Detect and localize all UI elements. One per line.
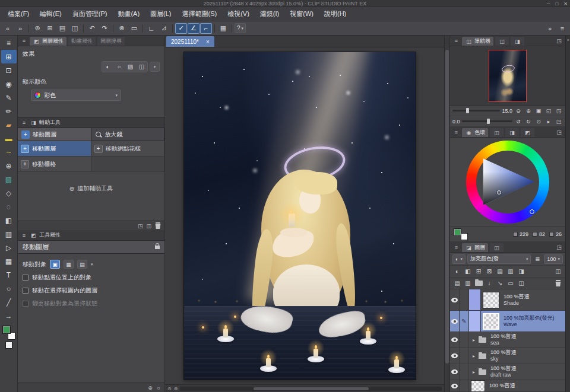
expression-color-icon[interactable]: ○	[113, 62, 125, 72]
add-sub-tool-button[interactable]: ⊕ 追加輔助工具	[18, 180, 164, 197]
panel-expand-icon[interactable]: ◳	[555, 243, 563, 251]
open-file-icon[interactable]: ▤	[56, 23, 68, 34]
display-color-select[interactable]: 彩色 ▾	[31, 90, 121, 101]
curve-tool-icon[interactable]: ～	[1, 145, 17, 159]
rotation-slider[interactable]	[462, 120, 512, 122]
fit-screen-icon[interactable]: ▣	[534, 107, 543, 115]
edit-target-cell[interactable]	[460, 332, 469, 348]
tab-layer[interactable]: ◪ 圖層	[462, 243, 488, 252]
grid-view-icon[interactable]: ▦	[217, 23, 229, 34]
layer-color-label[interactable]	[469, 311, 481, 332]
hue-cursor[interactable]	[530, 209, 534, 214]
navigator-preview[interactable]	[450, 46, 565, 106]
subtool-item-move-layer[interactable]: + 移動圖層	[18, 141, 91, 157]
new-folder-icon[interactable]	[474, 279, 483, 288]
edit-target-cell[interactable]: ✎	[460, 311, 469, 332]
folder-expander-icon[interactable]: ▸	[471, 348, 477, 364]
folder-expander-icon[interactable]: ▸	[471, 332, 477, 348]
blend-mode-dropdown[interactable]: 加亮顏色(發 ▾	[467, 254, 531, 264]
redo-icon[interactable]: ↷	[99, 23, 110, 34]
layer-row-sky[interactable]: ▸ 100 %普通 sky	[450, 348, 565, 364]
line-correct-tool-icon[interactable]: ╱	[1, 295, 17, 309]
operate-tool-icon[interactable]: ⊡	[1, 63, 17, 77]
balloon-tool-icon[interactable]: ○	[1, 282, 17, 295]
check-move-layers-in-selection[interactable]: 移動在選擇範圍內的圖層	[18, 284, 164, 297]
toolbar-menu-icon[interactable]: ≡	[556, 23, 568, 34]
deselect-icon[interactable]: ⊗	[116, 23, 128, 34]
reference-layer-icon[interactable]: ⊠	[484, 267, 494, 276]
transfer-down-icon[interactable]: ↓	[484, 279, 494, 288]
layer-thumbnail[interactable]	[471, 380, 485, 392]
save-subtool-icon[interactable]: ◳	[138, 223, 143, 229]
delete-subtool-icon[interactable]	[155, 222, 161, 229]
tab-navigator-alt-1[interactable]: ◫	[495, 37, 509, 46]
object-select-icon[interactable]: ⊞	[44, 23, 56, 34]
dock-collapse-icon[interactable]: «	[567, 38, 569, 42]
palette-menu-icon[interactable]: ≡	[452, 243, 460, 251]
palette-menu-icon[interactable]: ≡	[20, 119, 28, 126]
tool-palette-menu-icon[interactable]: ≡	[1, 36, 17, 50]
dock-collapse-left-icon[interactable]: «	[2, 23, 14, 34]
scrollbar-thumb[interactable]	[254, 387, 369, 390]
zoom-out-icon[interactable]: ⊖	[514, 107, 522, 115]
snap-ruler-icon[interactable]: ∟	[145, 23, 157, 34]
snap-grid-icon[interactable]: ⌐	[200, 23, 212, 34]
folder-expander-icon[interactable]: ▸	[471, 364, 477, 380]
visibility-toggle[interactable]	[450, 364, 460, 380]
lock-icon[interactable]	[155, 246, 160, 249]
target-tone-icon[interactable]: ▦	[64, 260, 74, 269]
subtool-group-zoom[interactable]: 放大鏡	[91, 128, 165, 141]
main-color-swatch[interactable]	[454, 228, 461, 236]
expand-icon[interactable]: ◳	[555, 117, 563, 126]
menu-file[interactable]: 檔案(F)	[2, 7, 34, 21]
horizontal-scrollbar[interactable]	[180, 387, 442, 391]
menu-view[interactable]: 檢視(V)	[222, 7, 255, 21]
palette-color-dropdown[interactable]: ◐ ▾	[452, 254, 466, 264]
layer-row-sea[interactable]: ▸ 100 %普通 sea	[450, 332, 565, 348]
panel-expand-icon[interactable]: ◳	[555, 128, 563, 136]
opacity-field[interactable]: 100 ▾	[544, 254, 563, 264]
palette-menu-icon[interactable]: ≡	[20, 37, 28, 44]
airbrush-tool-icon[interactable]: ⊕	[1, 159, 17, 173]
menu-animation[interactable]: 動畫(A)	[112, 7, 145, 21]
marker-tool-icon[interactable]: ▬	[1, 132, 17, 145]
visibility-toggle[interactable]	[450, 311, 460, 332]
add-setting-icon[interactable]: ⊕	[148, 385, 153, 391]
check-move-clicked-object[interactable]: 移動點選位置上的對象	[18, 271, 164, 284]
tab-layer-property[interactable]: ◩ 圖層屬性	[30, 37, 66, 46]
visibility-toggle[interactable]	[450, 380, 460, 391]
save-file-icon[interactable]: ◫	[69, 23, 81, 34]
canvas-tab[interactable]: 20251110* ×	[166, 36, 214, 47]
menu-page-manage[interactable]: 頁面管理(P)	[67, 7, 113, 21]
lock-transparent-icon[interactable]: ◐	[452, 267, 462, 276]
target-layer-icon[interactable]: ▣	[50, 260, 60, 269]
text-tool-icon[interactable]: T	[1, 268, 17, 282]
collapsed-dock-strip[interactable]: «	[565, 36, 570, 392]
help-dropdown[interactable]: ? ▾	[235, 23, 246, 33]
enable-mask-icon[interactable]: ▥	[506, 267, 515, 276]
tab-color-set[interactable]: ◨	[505, 128, 519, 137]
visibility-toggle[interactable]	[450, 332, 460, 348]
detail-settings-icon[interactable]: ☼	[156, 385, 161, 391]
edit-target-cell[interactable]	[460, 348, 469, 364]
color-swatch-pair[interactable]	[454, 228, 468, 240]
main-color-swatch[interactable]	[2, 326, 11, 334]
rotate-ccw-icon[interactable]: ↺	[514, 117, 522, 126]
frame-tool-icon[interactable]: ▦	[1, 254, 17, 268]
menu-filter[interactable]: 濾鏡(I)	[255, 7, 284, 21]
layer-thumbnail[interactable]	[483, 313, 499, 330]
pencil-tool-icon[interactable]: ✏	[1, 104, 17, 118]
minimize-button[interactable]: ─	[547, 1, 550, 7]
maximize-button[interactable]: □	[555, 1, 558, 7]
move-layer-tool-icon[interactable]: ⊞	[1, 50, 17, 63]
merge-down-icon[interactable]: ↘	[495, 279, 505, 288]
fill-tool-icon[interactable]: ◧	[1, 213, 17, 227]
border-effect-icon[interactable]: ◐	[102, 62, 113, 72]
new-vector-layer-icon[interactable]: ▥	[463, 279, 473, 288]
layer-color-label[interactable]	[469, 289, 481, 310]
tab-animation-property[interactable]: 動畫屬性	[68, 37, 96, 46]
navigate-icon[interactable]: ⊚	[31, 23, 43, 34]
layer-row-draft-raw[interactable]: ▸ 100 %普通 draft raw	[450, 364, 565, 380]
blend-tool-icon[interactable]: ◌	[1, 200, 17, 213]
menu-help[interactable]: 說明(H)	[319, 7, 352, 21]
